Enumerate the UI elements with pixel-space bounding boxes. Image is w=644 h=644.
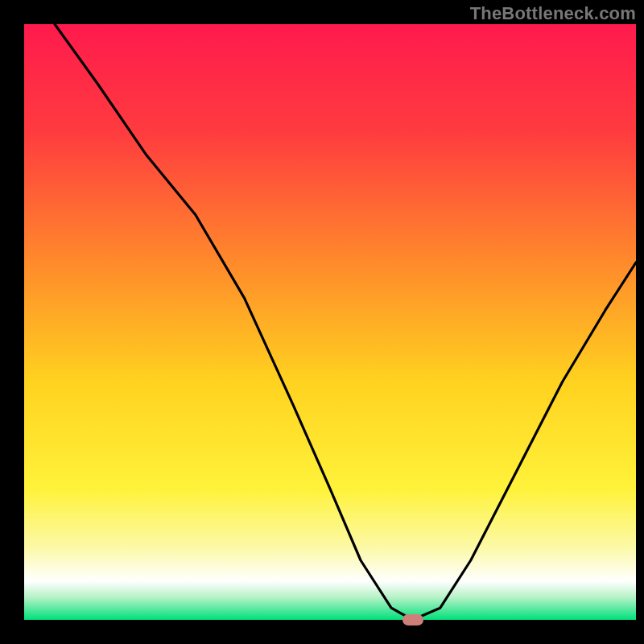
minimum-marker [402,614,423,625]
gradient-background [24,24,636,620]
chart-stage: TheBottleneck.com [0,0,644,644]
watermark-text: TheBottleneck.com [470,3,636,24]
bottleneck-plot [0,0,644,644]
